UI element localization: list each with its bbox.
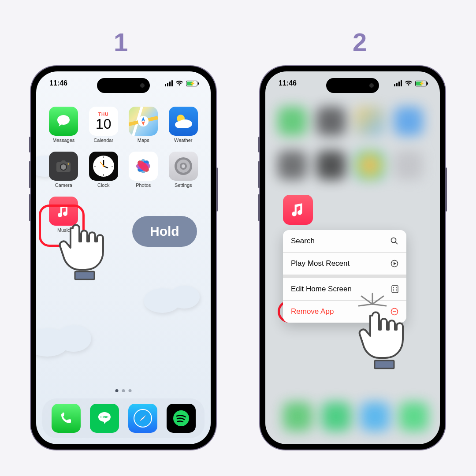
menu-label: Edit Home Screen	[291, 285, 352, 294]
svg-point-9	[175, 121, 185, 128]
home-screen-1[interactable]: 11:46 ⚡ Messages TH	[36, 71, 211, 444]
hold-instruction: Hold	[132, 216, 197, 247]
svg-point-3	[169, 286, 200, 309]
signal-icon	[165, 80, 173, 86]
app-calendar[interactable]: THU 10 Calendar	[86, 107, 122, 143]
app-clock[interactable]: Clock	[86, 152, 122, 188]
step-2-label: 2	[353, 27, 367, 57]
svg-point-13	[68, 164, 69, 165]
app-label: Camera	[55, 182, 72, 188]
menu-label: Play Most Recent	[291, 259, 350, 268]
settings-icon	[169, 152, 198, 181]
svg-line-41	[395, 242, 398, 244]
dock: LINE	[42, 398, 205, 438]
dock-spotify[interactable]	[167, 404, 196, 433]
wifi-icon	[405, 80, 413, 86]
app-camera[interactable]: Camera	[46, 152, 82, 188]
weather-icon	[169, 107, 198, 136]
music-icon	[49, 197, 78, 226]
dynamic-island	[326, 78, 379, 93]
phone-frame-1: 11:46 ⚡ Messages TH	[31, 66, 216, 450]
status-time: 11:46	[279, 79, 297, 87]
svg-point-22	[103, 165, 104, 167]
music-icon-focused[interactable]	[283, 195, 313, 225]
menu-play-recent[interactable]: Play Most Recent	[283, 253, 406, 275]
app-label: Settings	[175, 182, 192, 188]
svg-rect-43	[392, 286, 398, 293]
dock-safari[interactable]	[128, 404, 157, 433]
svg-point-45	[396, 287, 397, 288]
menu-search[interactable]: Search	[283, 230, 406, 253]
clock-icon	[89, 152, 118, 181]
app-photos[interactable]: Photos	[126, 152, 161, 188]
cloud-decoration	[36, 318, 98, 358]
svg-line-54	[372, 296, 383, 304]
home-screen-2-context[interactable]: 11:46 ⚡	[265, 71, 440, 444]
dynamic-island	[97, 78, 150, 93]
svg-point-47	[396, 289, 397, 290]
app-label: Messages	[52, 138, 74, 143]
app-music[interactable]: Music	[46, 197, 82, 233]
play-icon	[390, 260, 398, 268]
svg-line-55	[359, 304, 372, 306]
svg-line-53	[361, 296, 372, 304]
app-label: Maps	[138, 138, 149, 143]
svg-point-40	[391, 238, 396, 243]
wifi-icon	[175, 80, 183, 86]
app-label: Clock	[97, 182, 110, 188]
step-1-label: 1	[114, 27, 128, 57]
menu-label: Search	[291, 237, 315, 245]
calendar-icon: THU 10	[89, 107, 118, 136]
svg-point-46	[393, 289, 394, 290]
app-settings[interactable]: Settings	[166, 152, 201, 188]
app-weather[interactable]: Weather	[166, 107, 201, 143]
phone-frame-2: 11:46 ⚡	[260, 66, 445, 450]
menu-label: Remove App	[291, 307, 334, 316]
search-icon	[390, 237, 398, 245]
dock-phone[interactable]	[52, 404, 81, 433]
signal-icon	[394, 80, 402, 86]
svg-point-49	[396, 290, 397, 291]
click-burst-icon	[353, 291, 392, 326]
svg-point-5	[56, 325, 91, 352]
app-messages[interactable]: Messages	[46, 107, 82, 143]
app-label: Calendar	[93, 138, 113, 143]
maps-icon	[129, 107, 158, 136]
messages-icon	[49, 107, 78, 136]
battery-icon: ⚡	[415, 81, 427, 86]
page-indicator[interactable]	[115, 389, 132, 392]
svg-point-44	[393, 287, 394, 288]
dock-line[interactable]: LINE	[90, 404, 119, 433]
svg-point-34	[182, 164, 185, 168]
app-label: Weather	[174, 138, 192, 143]
photos-icon	[129, 152, 158, 181]
svg-point-48	[393, 290, 394, 291]
app-label: Photos	[136, 182, 151, 188]
app-maps[interactable]: Maps	[126, 107, 161, 143]
svg-text:LINE: LINE	[100, 415, 108, 419]
app-label: Music	[57, 227, 70, 233]
status-time: 11:46	[49, 79, 67, 87]
calendar-date: 10	[96, 117, 112, 131]
cloud-decoration	[140, 279, 206, 314]
apps-grid-icon	[391, 285, 398, 293]
svg-point-12	[61, 164, 66, 170]
svg-line-56	[372, 304, 386, 306]
camera-icon	[49, 152, 78, 181]
battery-icon: ⚡	[186, 81, 197, 86]
